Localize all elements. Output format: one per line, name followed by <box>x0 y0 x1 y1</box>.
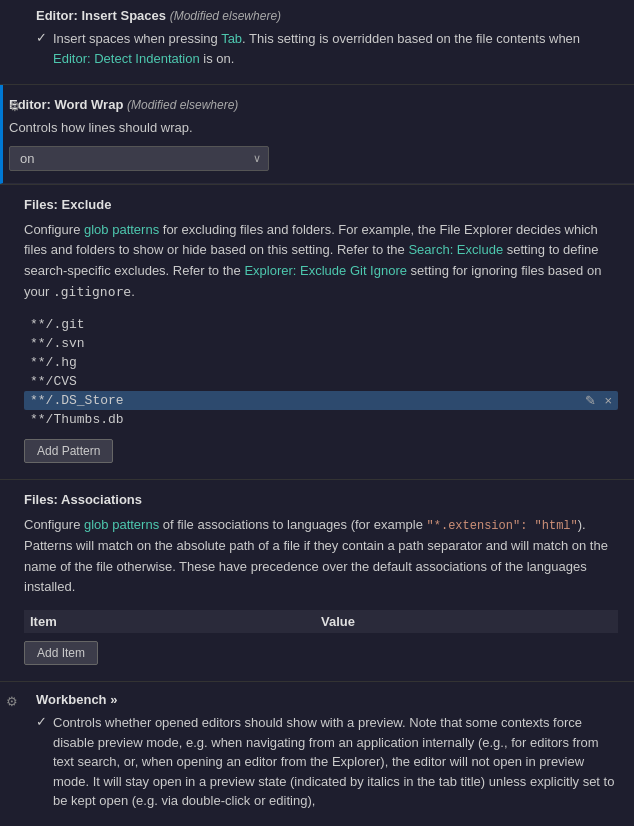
pattern-item: **/.git <box>24 315 618 334</box>
files-exclude-section: Files: Exclude Configure glob patterns f… <box>0 185 634 479</box>
checkmark-icon: ✓ <box>36 30 47 45</box>
explorer-exclude-gitignore-link[interactable]: Explorer: Exclude Git Ignore <box>244 263 407 278</box>
files-associations-section: Files: Associations Configure glob patte… <box>0 480 634 682</box>
word-wrap-modified-label: (Modified elsewhere) <box>127 98 238 112</box>
insert-spaces-title: Editor: Insert Spaces (Modified elsewher… <box>36 8 618 23</box>
files-associations-description: Configure glob patterns of file associat… <box>24 515 618 599</box>
insert-spaces-description: Insert spaces when pressing Tab. This se… <box>53 29 618 68</box>
workbench-check-row: ✓ Controls whether opened editors should… <box>36 713 618 811</box>
insert-spaces-modified-label: (Modified elsewhere) <box>170 9 281 23</box>
word-wrap-select-wrapper: on off wordWrapColumn bounded ∨ <box>9 146 269 171</box>
pattern-item-highlighted: **/.DS_Store ✎ × <box>24 391 618 410</box>
workbench-description: Controls whether opened editors should s… <box>53 713 618 811</box>
gear-icon: ⚙ <box>9 99 21 114</box>
files-glob-patterns-link[interactable]: glob patterns <box>84 222 159 237</box>
word-wrap-title-text: Editor: Word Wrap <box>9 97 123 112</box>
col-item-header: Item <box>30 614 321 629</box>
pattern-text: **/.hg <box>30 355 77 370</box>
files-exclude-title: Files: Exclude <box>24 197 618 212</box>
col-value-header: Value <box>321 614 612 629</box>
pattern-item: **/CVS <box>24 372 618 391</box>
settings-panel: Editor: Insert Spaces (Modified elsewher… <box>0 0 634 826</box>
tab-link[interactable]: Tab <box>221 31 242 46</box>
pattern-text: **/.svn <box>30 336 85 351</box>
pattern-text: **/CVS <box>30 374 77 389</box>
code-example: "*.extension": "html" <box>427 519 578 533</box>
remove-pattern-button[interactable]: × <box>604 394 612 407</box>
editor-word-wrap-section: ⚙ Editor: Word Wrap (Modified elsewhere)… <box>0 85 634 184</box>
add-pattern-button[interactable]: Add Pattern <box>24 439 113 463</box>
pattern-item: **/.svn <box>24 334 618 353</box>
editor-insert-spaces-section: Editor: Insert Spaces (Modified elsewher… <box>0 0 634 84</box>
word-wrap-description: Controls how lines should wrap. <box>9 118 618 138</box>
pattern-text: **/Thumbs.db <box>30 412 124 427</box>
add-item-button[interactable]: Add Item <box>24 641 98 665</box>
associations-glob-patterns-link[interactable]: glob patterns <box>84 517 159 532</box>
search-exclude-link[interactable]: Search: Exclude <box>408 242 503 257</box>
associations-table-header: Item Value <box>24 610 618 633</box>
edit-pattern-button[interactable]: ✎ <box>585 394 596 407</box>
word-wrap-title: Editor: Word Wrap (Modified elsewhere) <box>9 97 618 112</box>
insert-spaces-check-row: ✓ Insert spaces when pressing Tab. This … <box>36 29 618 68</box>
pattern-text: **/.DS_Store <box>30 393 124 408</box>
workbench-gear-icon: ⚙ <box>6 694 18 709</box>
workbench-checkmark-icon: ✓ <box>36 714 47 729</box>
word-wrap-select[interactable]: on off wordWrapColumn bounded <box>9 146 269 171</box>
files-associations-title: Files: Associations <box>24 492 618 507</box>
pattern-actions: ✎ × <box>585 394 612 407</box>
pattern-text: **/.git <box>30 317 85 332</box>
pattern-list: **/.git **/.svn **/.hg **/CVS **/.DS_Sto… <box>24 315 618 429</box>
insert-spaces-title-text: Editor: Insert Spaces <box>36 8 166 23</box>
pattern-item: **/.hg <box>24 353 618 372</box>
files-exclude-description: Configure glob patterns for excluding fi… <box>24 220 618 303</box>
detect-indentation-link[interactable]: Editor: Detect Indentation <box>53 51 200 66</box>
workbench-section: ⚙ Workbench » ✓ Controls whether opened … <box>0 682 634 821</box>
workbench-title: Workbench » <box>36 692 618 707</box>
pattern-item: **/Thumbs.db <box>24 410 618 429</box>
